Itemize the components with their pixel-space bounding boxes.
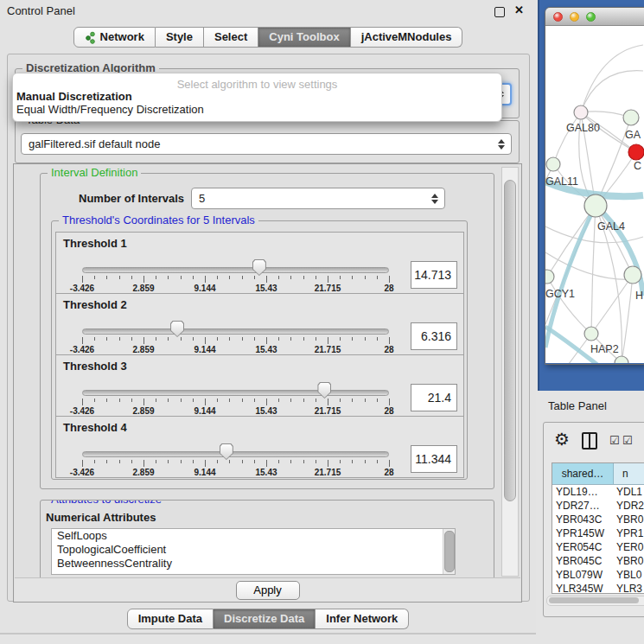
network-node[interactable] (545, 270, 554, 284)
minimize-light[interactable] (570, 12, 579, 22)
close-light[interactable] (553, 12, 563, 22)
tab-label: Infer Network (326, 609, 398, 628)
threshold-label: Threshold 1 (63, 237, 127, 250)
column-header-shared-name[interactable]: shared… (552, 463, 614, 484)
tab-network[interactable]: Network (73, 27, 156, 48)
slider-handle[interactable] (252, 259, 266, 276)
tick-label: 2.859 (132, 406, 154, 416)
threshold-slider-track[interactable] (82, 267, 389, 273)
zoom-light[interactable] (586, 12, 596, 22)
attributes-list[interactable]: SelfLoopsTopologicalCoefficientBetweenne… (51, 528, 456, 575)
table-row[interactable]: YER054CYER0 (552, 540, 644, 554)
node-label: HAP2 (590, 343, 619, 355)
cell-shared-name: YBR045C (552, 555, 613, 567)
threshold-slider-track[interactable] (82, 328, 389, 335)
table-horizontal-scrollbar[interactable] (546, 596, 644, 606)
tick-label: 15.43 (255, 345, 277, 354)
control-panel: Control Panel ✕ NetworkStyleSelectCyni T… (0, 0, 536, 634)
network-node[interactable] (615, 356, 628, 363)
threshold-slider-track[interactable] (82, 390, 389, 396)
network-node[interactable] (624, 266, 641, 284)
scrollbar-thumb[interactable] (504, 180, 516, 501)
tick-label: -3.426 (70, 284, 94, 293)
table-row[interactable]: YDR27…YDR2 (552, 499, 644, 513)
slider-handle[interactable] (317, 382, 331, 399)
close-icon[interactable]: ✕ (514, 3, 524, 16)
threshold-slider-track[interactable] (82, 451, 389, 457)
threshold-value-field[interactable]: 14.713 (411, 261, 457, 289)
scrollbar-thumb[interactable] (549, 597, 639, 603)
threshold-value-field[interactable]: 21.4 (411, 384, 457, 411)
tick-label: 28 (384, 406, 393, 416)
network-edge[interactable] (581, 71, 643, 112)
attribute-item[interactable]: BetweennessCentrality (52, 557, 455, 571)
table-row[interactable]: YLR345WYLR3 (552, 582, 644, 594)
dropdown-option[interactable]: Manual Discretization (16, 90, 132, 103)
table-data-group: Table Data galFiltered.sif default node (15, 120, 520, 163)
network-edge[interactable] (591, 206, 596, 334)
tab-discretize-data[interactable]: Discretize Data (214, 609, 316, 629)
network-icon (85, 31, 96, 44)
panel-title: Control Panel (7, 4, 75, 17)
settings-scrollbar[interactable] (501, 167, 519, 577)
tab-style[interactable]: Style (156, 27, 204, 48)
node-label: GAL4 (597, 220, 625, 233)
gear-icon[interactable]: ⚙ (554, 429, 570, 450)
float-window-icon[interactable] (494, 7, 505, 17)
number-of-intervals-combo[interactable]: 5 (191, 188, 445, 209)
tab-jactivemnodules[interactable]: jActiveMNodules (351, 27, 463, 48)
table-row[interactable]: YBR045CYBR0 (552, 554, 644, 568)
cell-name: YBL0 (613, 569, 644, 581)
slider-handle[interactable] (220, 443, 233, 460)
tab-select[interactable]: Select (204, 27, 258, 48)
attribute-item[interactable]: SelfLoops (52, 529, 455, 543)
apply-button[interactable]: Apply (236, 581, 300, 600)
network-window-titlebar[interactable] (545, 8, 644, 26)
cell-shared-name: YDL19… (552, 486, 613, 498)
tick-label: 9.144 (194, 345, 215, 354)
attributes-list-scrollbar[interactable] (443, 529, 455, 574)
column-header-name[interactable]: n (614, 463, 644, 484)
network-node[interactable] (623, 110, 639, 125)
threshold-label: Threshold 3 (63, 360, 127, 373)
threshold-label: Threshold 4 (63, 421, 127, 434)
network-node[interactable] (574, 105, 588, 119)
network-graph: GAL80GACGAL11GAL4GCY1HHAP2 (545, 26, 644, 363)
threshold-value-field[interactable]: 6.316 (411, 322, 457, 350)
node-label: GAL11 (545, 175, 578, 188)
settings-panel: Interval Definition Number of Intervals … (13, 163, 522, 603)
right-region: GAL80GACGAL11GAL4GCY1HHAP2 Table Panel ⚙… (538, 0, 644, 644)
checkbox-icon[interactable]: ☑ (622, 434, 633, 447)
threshold-value-field[interactable]: 11.344 (411, 445, 457, 473)
network-edge[interactable] (547, 277, 591, 334)
table-row[interactable]: YDL19…YDL1 (552, 485, 644, 499)
dropdown-option[interactable]: Equal Width/Frequency Discretization (16, 103, 204, 116)
network-edge[interactable] (581, 45, 643, 112)
checkbox-icon[interactable]: ☑ (609, 434, 620, 447)
network-node[interactable] (628, 144, 644, 160)
tab-impute-data[interactable]: Impute Data (127, 609, 214, 629)
network-canvas[interactable]: GAL80GACGAL11GAL4GCY1HHAP2 (545, 26, 644, 363)
table-row[interactable]: YBL079WYBL0 (552, 568, 644, 582)
network-node[interactable] (546, 157, 560, 171)
columns-icon[interactable] (582, 432, 597, 450)
network-edge[interactable] (553, 112, 581, 164)
network-edge[interactable] (545, 334, 591, 363)
tab-label: Cyni Toolbox (269, 28, 339, 47)
table-panel: ⚙ ☑ ☑ shared… n YDL19…YDL1YDR27…YDR2YBR0… (543, 422, 644, 617)
table-row[interactable]: YPR145WYPR1 (552, 526, 644, 540)
tab-infer-network[interactable]: Infer Network (316, 609, 409, 629)
table-row[interactable]: YBR043CYBR0 (552, 513, 644, 526)
network-node[interactable] (584, 194, 607, 217)
network-edge[interactable] (591, 275, 633, 334)
tab-cyni-toolbox[interactable]: Cyni Toolbox (258, 27, 350, 48)
node-label: C (634, 160, 641, 172)
node-label: GCY1 (545, 288, 575, 300)
slider-handle[interactable] (170, 321, 184, 337)
network-node[interactable] (584, 327, 598, 341)
threshold-label: Threshold 2 (63, 298, 127, 311)
attribute-item[interactable]: TopologicalCoefficient (52, 543, 455, 557)
table-data-combo[interactable]: galFiltered.sif default node (21, 133, 512, 155)
tick-label: -3.426 (70, 468, 94, 477)
tab-label: Network (100, 28, 144, 47)
